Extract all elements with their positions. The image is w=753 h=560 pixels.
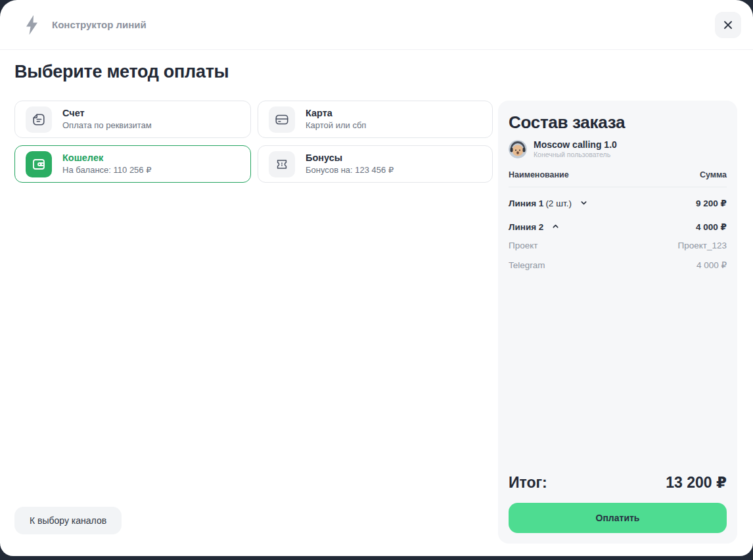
payment-method-title: Бонусы bbox=[306, 152, 394, 164]
detail-label: Telegram bbox=[509, 260, 545, 270]
order-row-telegram: Telegram 4 000 ₽ bbox=[509, 260, 727, 270]
detail-value: Проект_123 bbox=[677, 241, 727, 250]
order-table-header: Наименование Сумма bbox=[509, 170, 727, 187]
lightning-icon bbox=[24, 14, 39, 35]
column-amount: Сумма bbox=[700, 170, 727, 179]
payment-methods-grid: Счет Оплата по реквизитам Карта Картой и… bbox=[14, 101, 493, 183]
payment-method-wallet[interactable]: Кошелек На балансе: 110 256 ₽ bbox=[14, 145, 251, 183]
payment-method-subtitle: На балансе: 110 256 ₽ bbox=[62, 165, 151, 176]
order-summary-title: Состав заказа bbox=[509, 112, 727, 133]
total-label: Итог: bbox=[509, 474, 547, 492]
app-title: Конструктор линий bbox=[52, 19, 147, 30]
detail-value: 4 000 ₽ bbox=[696, 260, 727, 270]
detail-label: Проект bbox=[509, 241, 537, 250]
avatar bbox=[509, 140, 527, 158]
payment-method-title: Счет bbox=[62, 107, 152, 120]
payment-method-bonus[interactable]: Бонусы Бонусов на: 123 456 ₽ bbox=[258, 145, 493, 183]
payment-method-subtitle: Бонусов на: 123 456 ₽ bbox=[306, 165, 394, 176]
line-amount: 4 000 ₽ bbox=[696, 222, 727, 232]
close-icon bbox=[723, 20, 733, 30]
wallet-icon bbox=[26, 151, 52, 177]
payment-modal: Конструктор линий Выберите метод оплаты … bbox=[0, 0, 753, 556]
top-bar: Конструктор линий bbox=[0, 0, 753, 50]
invoice-icon bbox=[26, 106, 52, 133]
payment-method-title: Кошелек bbox=[62, 152, 151, 164]
order-summary-panel: Состав заказа Moscow calling 1.0 Конечны… bbox=[498, 101, 737, 544]
close-button[interactable] bbox=[715, 12, 741, 38]
payment-method-title: Карта bbox=[306, 107, 366, 120]
line-amount: 9 200 ₽ bbox=[696, 198, 727, 208]
line-quantity: (2 шт.) bbox=[545, 198, 572, 208]
order-row-line1[interactable]: Линия 1(2 шт.) 9 200 ₽ bbox=[509, 198, 727, 208]
chevron-up-icon[interactable] bbox=[552, 223, 559, 230]
ticket-icon bbox=[269, 151, 295, 177]
payment-method-card[interactable]: Карта Картой или сбп bbox=[258, 101, 493, 138]
order-row-project: Проект Проект_123 bbox=[509, 241, 727, 250]
payment-method-subtitle: Картой или сбп bbox=[306, 120, 366, 131]
page-title: Выберите метод оплаты bbox=[14, 62, 229, 82]
order-row-line2[interactable]: Линия 2 4 000 ₽ bbox=[509, 222, 727, 232]
back-to-channels-button[interactable]: К выбору каналов bbox=[14, 507, 122, 534]
line-label: Линия 2 bbox=[509, 222, 543, 232]
total-amount: 13 200 ₽ bbox=[666, 474, 727, 492]
customer-name: Moscow calling 1.0 bbox=[534, 139, 617, 151]
chevron-down-icon[interactable] bbox=[580, 199, 587, 206]
customer-row: Moscow calling 1.0 Конечный пользователь bbox=[509, 139, 727, 159]
card-icon bbox=[269, 106, 295, 133]
payment-method-subtitle: Оплата по реквизитам bbox=[62, 120, 152, 131]
customer-role: Конечный пользователь bbox=[534, 151, 617, 160]
pay-button[interactable]: Оплатить bbox=[509, 503, 727, 533]
column-name: Наименование bbox=[509, 170, 569, 179]
line-label: Линия 1 bbox=[509, 198, 543, 208]
payment-method-invoice[interactable]: Счет Оплата по реквизитам bbox=[14, 101, 251, 138]
order-total-row: Итог: 13 200 ₽ bbox=[509, 474, 727, 492]
